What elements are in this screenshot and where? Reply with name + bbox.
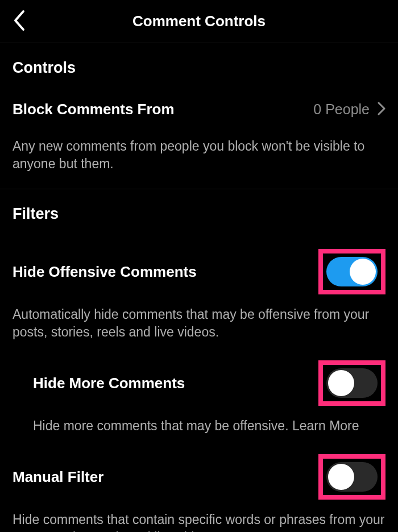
- hide-offensive-row: Hide Offensive Comments: [13, 230, 385, 294]
- toggle-knob: [350, 259, 376, 285]
- toggle-knob: [328, 464, 354, 490]
- hide-more-toggle[interactable]: [326, 368, 378, 398]
- controls-section: Controls Block Comments From 0 People An…: [0, 43, 398, 189]
- manual-filter-description: Hide comments that contain specific word…: [13, 500, 385, 532]
- chevron-left-icon: [13, 10, 25, 31]
- highlight-box: [318, 454, 385, 500]
- learn-more-link[interactable]: Learn More: [292, 418, 359, 433]
- chevron-right-icon: [378, 102, 385, 118]
- filters-section: Filters Hide Offensive Comments Automati…: [0, 189, 398, 532]
- highlight-box: [318, 360, 385, 406]
- hide-more-desc-text: Hide more comments that may be offensive…: [33, 418, 292, 433]
- controls-heading: Controls: [13, 43, 385, 84]
- manual-filter-toggle[interactable]: [326, 462, 378, 492]
- page-title: Comment Controls: [132, 13, 266, 30]
- hide-offensive-description: Automatically hide comments that may be …: [13, 294, 385, 341]
- block-comments-label: Block Comments From: [13, 101, 175, 118]
- hide-offensive-toggle[interactable]: [326, 257, 378, 286]
- hide-more-label: Hide More Comments: [33, 375, 185, 392]
- filters-heading: Filters: [13, 189, 385, 230]
- back-button[interactable]: [13, 10, 25, 34]
- manual-filter-label: Manual Filter: [13, 468, 103, 486]
- toggle-knob: [328, 370, 354, 396]
- manual-filter-row: Manual Filter: [13, 435, 385, 500]
- hide-offensive-label: Hide Offensive Comments: [13, 263, 197, 281]
- block-comments-description: Any new comments from people you block w…: [13, 123, 385, 189]
- hide-more-description: Hide more comments that may be offensive…: [13, 406, 385, 435]
- block-comments-value: 0 People: [313, 101, 370, 118]
- hide-more-row: Hide More Comments: [13, 341, 385, 406]
- header: Comment Controls: [0, 0, 398, 43]
- block-comments-value-wrap: 0 People: [313, 101, 385, 118]
- block-comments-row[interactable]: Block Comments From 0 People: [13, 84, 385, 123]
- highlight-box: [318, 249, 385, 294]
